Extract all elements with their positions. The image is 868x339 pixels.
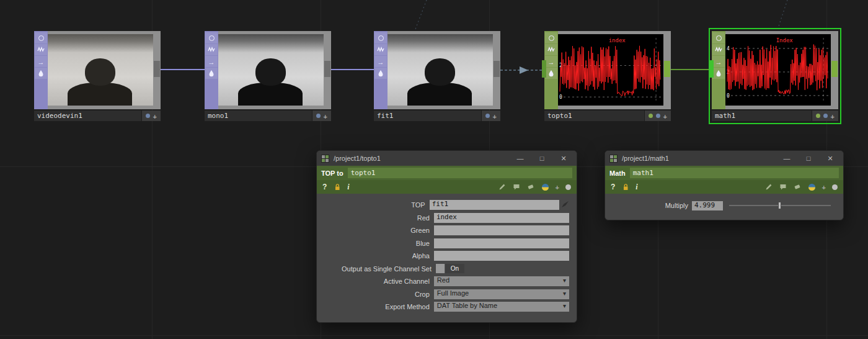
bypass-flag[interactable]	[35, 56, 47, 67]
render-flag[interactable]	[35, 68, 47, 79]
export-method-dropdown[interactable]: DAT Table by Name	[434, 302, 569, 312]
info-icon[interactable]: i	[347, 183, 349, 192]
person-head	[255, 58, 286, 86]
python-icon[interactable]	[808, 183, 816, 191]
render-flag[interactable]	[712, 68, 725, 79]
output-connector[interactable]	[494, 61, 500, 77]
slider-handle[interactable]	[778, 202, 781, 209]
help-icon[interactable]: ?	[611, 183, 615, 191]
node-videodevin1[interactable]: videodevin1	[34, 31, 161, 121]
plus-icon[interactable]	[324, 111, 327, 122]
minimize-button[interactable]: —	[512, 151, 529, 166]
help-icon[interactable]: ?	[322, 183, 327, 191]
op-picker-icon[interactable]	[561, 199, 569, 210]
node-name-label[interactable]: fit1	[374, 111, 481, 121]
output-connector[interactable]	[154, 61, 160, 77]
plus-icon[interactable]	[663, 111, 667, 122]
drop-icon	[37, 70, 45, 77]
operator-name-field[interactable]: math1	[630, 168, 839, 178]
viewer-flag[interactable]	[712, 32, 725, 43]
wave-flag[interactable]	[545, 44, 557, 55]
lock-icon[interactable]	[333, 183, 341, 191]
flag-dot-icon[interactable]	[649, 114, 653, 118]
node-name-label[interactable]: math1	[712, 111, 812, 121]
add-parameter-icon[interactable]	[556, 181, 559, 192]
bypass-flag[interactable]	[545, 56, 557, 67]
wave-flag[interactable]	[374, 44, 387, 55]
flag-dot-icon[interactable]	[146, 114, 150, 118]
output-connector[interactable]	[664, 61, 670, 77]
input-connector[interactable]	[709, 60, 714, 78]
input-connector[interactable]	[542, 60, 546, 78]
bypass-flag[interactable]	[205, 56, 218, 67]
flag-dot-icon[interactable]	[485, 114, 490, 118]
node-name-label[interactable]: videodevin1	[34, 111, 141, 121]
node-namebar: fit1	[374, 111, 500, 121]
node-fit1[interactable]: fit1	[374, 31, 500, 121]
touchdesigner-network-editor[interactable]: { "nodes": [ { "name": "videodevin1" }, …	[0, 0, 868, 339]
comment-icon[interactable]	[779, 183, 787, 191]
comment-icon[interactable]	[513, 183, 521, 191]
output-connector[interactable]	[831, 61, 838, 77]
plus-icon[interactable]	[831, 111, 835, 122]
plus-icon[interactable]	[153, 111, 157, 122]
viewer-flag[interactable]	[205, 32, 218, 43]
render-flag[interactable]	[545, 68, 557, 79]
svg-text:4: 4	[727, 46, 730, 52]
node-topto1[interactable]: 20index topto1	[544, 31, 671, 121]
cleanup-icon[interactable]	[527, 183, 535, 191]
red-channel-field[interactable]: index	[434, 213, 569, 223]
arrow-icon	[38, 56, 45, 67]
ring-icon	[378, 35, 384, 41]
node-name-label[interactable]: mono1	[205, 111, 312, 121]
green-channel-field[interactable]	[434, 225, 569, 235]
single-channel-toggle[interactable]: On	[436, 264, 464, 273]
top-reference-field[interactable]: fit1	[430, 200, 559, 210]
window-titlebar[interactable]: /project1/topto1 — □ ✕	[317, 151, 577, 166]
minimize-button[interactable]: —	[778, 151, 795, 166]
render-flag[interactable]	[205, 68, 218, 79]
blue-channel-field[interactable]	[434, 238, 569, 248]
wave-flag[interactable]	[205, 44, 218, 55]
flag-dot-icon[interactable]	[823, 114, 828, 118]
viewer-flag[interactable]	[545, 32, 557, 43]
active-channel-dropdown[interactable]: Red	[434, 276, 569, 286]
viewer-flag[interactable]	[374, 32, 387, 43]
record-dot-icon[interactable]	[832, 184, 838, 190]
param-label: Green	[324, 227, 434, 234]
window-titlebar[interactable]: /project1/math1 — □ ✕	[605, 151, 843, 166]
node-viewer-webcam	[48, 34, 153, 106]
node-name-label[interactable]: topto1	[544, 111, 644, 121]
close-button[interactable]: ✕	[822, 151, 839, 166]
node-math1[interactable]: 420Index math1	[712, 31, 838, 121]
wave-flag[interactable]	[712, 44, 725, 55]
info-icon[interactable]: i	[636, 183, 637, 192]
record-dot-icon[interactable]	[565, 184, 571, 190]
crop-dropdown[interactable]: Full Image	[434, 289, 569, 299]
operator-name-field[interactable]: topto1	[348, 168, 572, 178]
toggle-knob	[436, 264, 445, 273]
bypass-flag[interactable]	[712, 56, 725, 67]
flag-dot-icon[interactable]	[816, 114, 820, 118]
edit-expression-icon[interactable]	[765, 183, 773, 191]
multiply-slider[interactable]	[729, 201, 831, 210]
flag-dot-icon[interactable]	[656, 114, 660, 118]
flag-dot-icon[interactable]	[316, 114, 321, 118]
alpha-channel-field[interactable]	[434, 251, 569, 261]
python-icon[interactable]	[541, 183, 549, 191]
lock-icon[interactable]	[621, 183, 629, 191]
multiply-value-field[interactable]: 4.999	[692, 201, 723, 210]
edit-expression-icon[interactable]	[498, 183, 507, 191]
output-connector[interactable]	[324, 61, 330, 77]
add-parameter-icon[interactable]	[822, 181, 826, 192]
cleanup-icon[interactable]	[794, 183, 802, 191]
maximize-button[interactable]: □	[800, 151, 817, 166]
node-mono1[interactable]: mono1	[205, 31, 331, 121]
bypass-flag[interactable]	[374, 56, 387, 67]
maximize-button[interactable]: □	[533, 151, 551, 166]
viewer-flag[interactable]	[35, 32, 47, 43]
close-button[interactable]: ✕	[555, 151, 572, 166]
render-flag[interactable]	[374, 68, 387, 79]
plus-icon[interactable]	[493, 111, 497, 122]
wave-flag[interactable]	[35, 44, 47, 55]
